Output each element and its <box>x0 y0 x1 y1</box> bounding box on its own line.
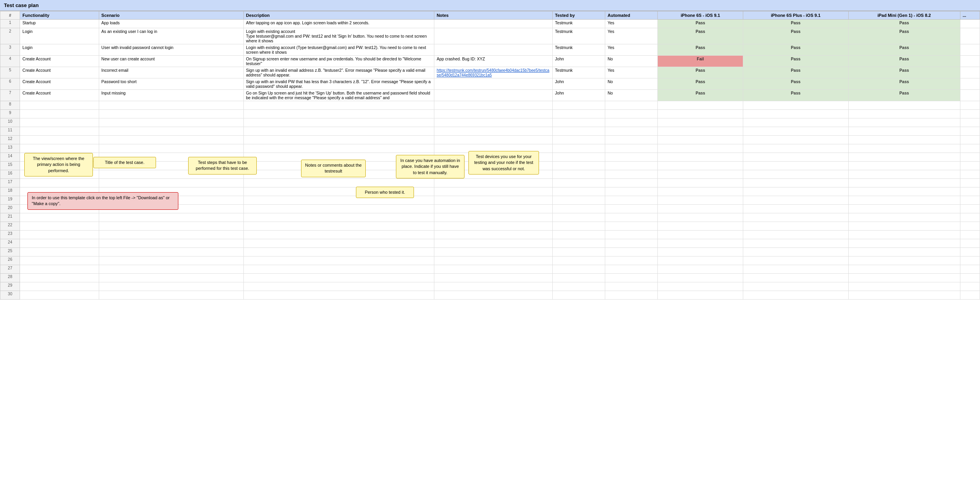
empty-cell <box>658 248 743 256</box>
empty-cell <box>434 213 552 222</box>
empty-cell <box>658 101 743 110</box>
row-number: 16 <box>0 170 20 179</box>
empty-cell <box>552 291 605 300</box>
row-number: 30 <box>0 291 20 300</box>
cell-scenario: As an existing user I can log in <box>99 28 243 44</box>
cell-scenario: App loads <box>99 20 243 28</box>
empty-cell <box>848 239 960 248</box>
empty-cell <box>552 127 605 136</box>
row-number: 26 <box>0 256 20 265</box>
empty-cell <box>434 248 552 256</box>
cell-ipadmini-result: Pass <box>848 90 960 101</box>
empty-row: 20 <box>0 205 980 213</box>
row-number: 1 <box>0 20 20 28</box>
empty-cell <box>99 256 243 265</box>
empty-cell <box>743 118 848 127</box>
row-number: 25 <box>0 248 20 256</box>
col-header-more: ... <box>960 11 980 20</box>
empty-cell <box>960 274 980 282</box>
empty-cell <box>552 110 605 118</box>
empty-cell <box>960 265 980 274</box>
empty-cell <box>243 196 434 205</box>
cell-ipadmini-result: Pass <box>848 20 960 28</box>
empty-row: 15 <box>0 162 980 170</box>
empty-cell <box>99 170 243 179</box>
row-number: 12 <box>0 136 20 144</box>
empty-cell <box>743 187 848 196</box>
empty-row: 8 <box>0 101 980 110</box>
empty-cell <box>605 222 657 231</box>
cell-description: Sign up with an invalid PW that has less… <box>243 78 434 90</box>
row-number: 14 <box>0 153 20 162</box>
cell-automated: No <box>605 90 657 101</box>
empty-cell <box>20 170 99 179</box>
empty-cell <box>658 110 743 118</box>
empty-cell <box>99 196 243 205</box>
empty-cell <box>552 153 605 162</box>
cell-functionality: Create Account <box>20 67 99 78</box>
row-number: 20 <box>0 205 20 213</box>
empty-row: 17 <box>0 179 980 187</box>
empty-cell <box>434 136 552 144</box>
cell-description: Login with existing account Type testuse… <box>243 28 434 44</box>
row-number: 22 <box>0 222 20 231</box>
cell-tested-by: John <box>552 56 605 67</box>
empty-cell <box>658 127 743 136</box>
empty-cell <box>658 239 743 248</box>
empty-cell <box>960 127 980 136</box>
empty-cell <box>658 213 743 222</box>
empty-cell <box>434 127 552 136</box>
cell-description: After tapping on app icon app. Login scr… <box>243 20 434 28</box>
empty-cell <box>20 256 99 265</box>
empty-cell <box>960 205 980 213</box>
empty-cell <box>848 118 960 127</box>
empty-cell <box>848 291 960 300</box>
empty-cell <box>434 110 552 118</box>
empty-cell <box>99 239 243 248</box>
cell-iphone6splus-result: Pass <box>743 44 848 56</box>
cell-automated: Yes <box>605 44 657 56</box>
row-number: 24 <box>0 239 20 248</box>
empty-cell <box>99 162 243 170</box>
empty-cell <box>848 101 960 110</box>
row-number: 28 <box>0 274 20 282</box>
cell-more <box>960 20 980 28</box>
cell-more <box>960 28 980 44</box>
cell-more <box>960 56 980 67</box>
empty-cell <box>658 170 743 179</box>
cell-ipadmini-result: Pass <box>848 28 960 44</box>
empty-cell <box>99 153 243 162</box>
empty-cell <box>658 162 743 170</box>
empty-cell <box>743 110 848 118</box>
empty-cell <box>434 256 552 265</box>
empty-cell <box>743 205 848 213</box>
empty-cell <box>552 144 605 153</box>
empty-cell <box>658 136 743 144</box>
empty-cell <box>848 127 960 136</box>
cell-iphone6splus-result: Pass <box>743 28 848 44</box>
cell-description: Go on Sign Up screen and just hit the 'S… <box>243 90 434 101</box>
cell-functionality: Startup <box>20 20 99 28</box>
empty-cell <box>552 162 605 170</box>
cell-ipadmini-result: Pass <box>848 67 960 78</box>
empty-cell <box>99 205 243 213</box>
empty-cell <box>743 136 848 144</box>
empty-cell <box>960 162 980 170</box>
empty-cell <box>552 187 605 196</box>
empty-cell <box>434 196 552 205</box>
empty-cell <box>99 213 243 222</box>
empty-cell <box>960 239 980 248</box>
cell-automated: Yes <box>605 67 657 78</box>
empty-cell <box>243 291 434 300</box>
empty-cell <box>20 162 99 170</box>
table-row: 7Create AccountInput missingGo on Sign U… <box>0 90 980 101</box>
empty-cell <box>243 162 434 170</box>
empty-cell <box>20 153 99 162</box>
test-case-table: # Functionality Scenario Description Not… <box>0 11 980 300</box>
empty-cell <box>743 274 848 282</box>
empty-cell <box>743 170 848 179</box>
empty-cell <box>434 101 552 110</box>
empty-cell <box>605 274 657 282</box>
empty-cell <box>743 162 848 170</box>
empty-cell <box>20 239 99 248</box>
